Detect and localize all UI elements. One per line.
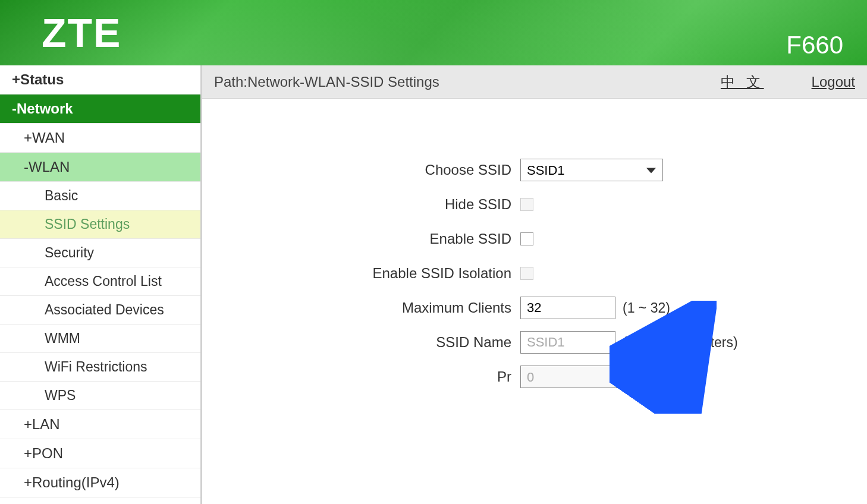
label-max-clients: Maximum Clients (226, 300, 520, 316)
sidebar-item-basic[interactable]: Basic (0, 182, 200, 210)
row-enable-ssid: Enable SSID (226, 227, 843, 251)
label-enable-ssid-isolation: Enable SSID Isolation (226, 265, 520, 282)
sidebar: +Status -Network +WAN -WLAN Basic SSID S… (0, 65, 202, 504)
logout-link[interactable]: Logout (812, 74, 855, 90)
sidebar-item-network[interactable]: -Network (0, 94, 200, 124)
sidebar-item-wan[interactable]: +WAN (0, 124, 200, 153)
sidebar-item-routing-ipv4[interactable]: +Routing(IPv4) (0, 468, 200, 497)
topbar: Path:Network-WLAN-SSID Settings 中 文 Logo… (202, 65, 867, 99)
row-choose-ssid: Choose SSID SSID1 (226, 158, 843, 182)
sidebar-item-security[interactable]: Security (0, 239, 200, 267)
label-ssid-name: SSID Name (226, 334, 520, 351)
enable-ssid-checkbox[interactable] (520, 232, 533, 245)
brand-logo: ZTE (42, 10, 121, 56)
sidebar-item-routing-ipv6[interactable]: +Routing(IPv6) (0, 497, 200, 504)
row-ssid-name: SSID Name (1 ~ 32 characters) (226, 330, 843, 354)
sidebar-item-wmm[interactable]: WMM (0, 325, 200, 353)
sidebar-item-acl[interactable]: Access Control List (0, 267, 200, 296)
row-priority: Pr 0 (226, 365, 843, 389)
header: ZTE F660 (0, 0, 867, 65)
row-hide-ssid: Hide SSID (226, 193, 843, 216)
max-clients-input[interactable] (520, 297, 615, 319)
main-container: +Status -Network +WAN -WLAN Basic SSID S… (0, 65, 867, 504)
breadcrumb: Path:Network-WLAN-SSID Settings (214, 74, 673, 90)
ssid-name-hint: (1 ~ 32 characters) (623, 335, 738, 351)
priority-select[interactable]: 0 (520, 366, 663, 388)
main-panel: Path:Network-WLAN-SSID Settings 中 文 Logo… (202, 65, 867, 504)
row-enable-ssid-isolation: Enable SSID Isolation (226, 262, 843, 285)
choose-ssid-select[interactable]: SSID1 (520, 159, 663, 181)
sidebar-item-status[interactable]: +Status (0, 65, 200, 94)
sidebar-item-ssid-settings[interactable]: SSID Settings (0, 210, 200, 239)
sidebar-item-wlan[interactable]: -WLAN (0, 153, 200, 182)
sidebar-item-wps[interactable]: WPS (0, 382, 200, 410)
language-link[interactable]: 中 文 (721, 73, 764, 92)
enable-ssid-isolation-checkbox[interactable] (520, 267, 533, 280)
sidebar-item-pon[interactable]: +PON (0, 439, 200, 468)
label-hide-ssid: Hide SSID (226, 196, 520, 213)
max-clients-hint: (1 ~ 32) (623, 300, 670, 316)
label-choose-ssid: Choose SSID (226, 162, 520, 178)
row-max-clients: Maximum Clients (1 ~ 32) (226, 296, 843, 320)
sidebar-item-assoc-devices[interactable]: Associated Devices (0, 296, 200, 325)
content-area: Choose SSID SSID1 Hide SSID Enable SSID (202, 99, 867, 504)
ssid-name-input[interactable] (520, 331, 615, 354)
sidebar-item-wifi-restrictions[interactable]: WiFi Restrictions (0, 353, 200, 382)
model-label: F660 (786, 31, 843, 59)
hide-ssid-checkbox[interactable] (520, 198, 533, 211)
label-enable-ssid: Enable SSID (226, 231, 520, 247)
label-priority: Pr (226, 368, 520, 385)
sidebar-item-lan[interactable]: +LAN (0, 410, 200, 439)
